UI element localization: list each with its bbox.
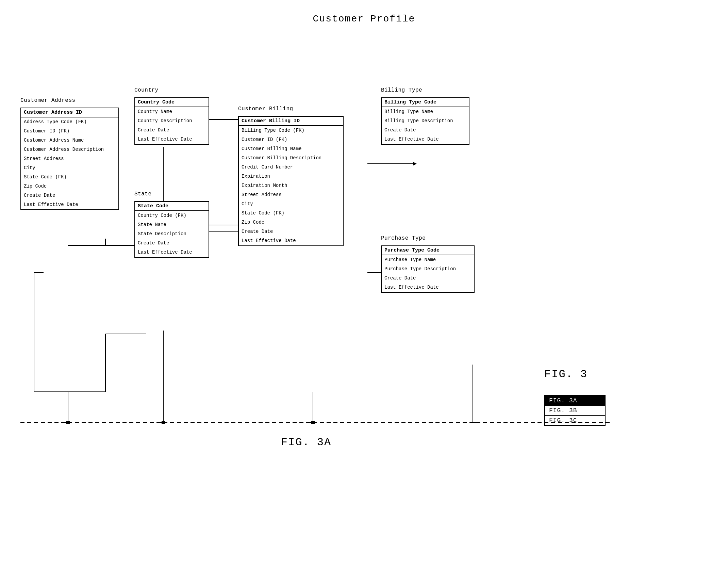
purchase-type-header: Purchase Type Code — [382, 246, 474, 255]
cb-field-13: Last Effective Date — [239, 236, 343, 245]
svg-rect-19 — [66, 421, 70, 424]
cb-field-7: Expiration Month — [239, 181, 343, 190]
ca-field-7: State Code (FK) — [21, 173, 118, 182]
bt-field-3: Create Date — [382, 126, 469, 135]
customer-billing-header: Customer Billing ID — [239, 117, 343, 126]
st-field-3: State Description — [135, 229, 209, 239]
fig-nav-3a[interactable]: FIG. 3A — [545, 396, 605, 406]
fig-3-label: FIG. 3 — [544, 368, 588, 381]
cb-field-11: Zip Code — [239, 218, 343, 227]
bt-field-1: Billing Type Name — [382, 107, 469, 116]
customer-billing-label: Customer Billing — [238, 106, 293, 112]
ca-field-5: Street Address — [21, 154, 118, 163]
fig-nav-box[interactable]: FIG. 3A FIG. 3B FIG. 3C — [544, 395, 606, 426]
svg-marker-6 — [413, 162, 417, 165]
ca-field-4: Customer Address Description — [21, 145, 118, 154]
country-label: Country — [134, 87, 159, 93]
cb-field-2: Customer ID (FK) — [239, 135, 343, 144]
svg-rect-21 — [311, 421, 315, 424]
fig-nav-3b[interactable]: FIG. 3B — [545, 406, 605, 416]
co-field-3: Create Date — [135, 126, 209, 135]
ca-field-2: Customer ID (FK) — [21, 127, 118, 136]
cb-field-12: Create Date — [239, 227, 343, 236]
st-field-2: State Name — [135, 220, 209, 229]
billing-type-box: Billing Type Code Billing Type Name Bill… — [381, 97, 469, 145]
country-header: Country Code — [135, 98, 209, 107]
st-field-4: Create Date — [135, 239, 209, 248]
pt-field-4: Last Effective Date — [382, 283, 474, 292]
country-box: Country Code Country Name Country Descri… — [134, 97, 209, 145]
state-box: State Code Country Code (FK) State Name … — [134, 201, 209, 258]
customer-address-header: Customer Address ID — [21, 108, 118, 117]
pt-field-3: Create Date — [382, 274, 474, 283]
purchase-type-box: Purchase Type Code Purchase Type Name Pu… — [381, 245, 475, 293]
co-field-4: Last Effective Date — [135, 135, 209, 144]
cb-field-8: Street Address — [239, 190, 343, 199]
co-field-2: Country Description — [135, 116, 209, 126]
state-header: State Code — [135, 202, 209, 211]
billing-type-header: Billing Type Code — [382, 98, 469, 107]
fig-nav-3c[interactable]: FIG. 3C — [545, 416, 605, 425]
pt-field-1: Purchase Type Name — [382, 255, 474, 264]
cb-field-9: City — [239, 199, 343, 209]
ca-field-9: Create Date — [21, 191, 118, 200]
fig-3a-bottom-label: FIG. 3A — [238, 436, 374, 449]
state-label: State — [134, 191, 152, 197]
ca-field-6: City — [21, 163, 118, 173]
cb-field-4: Customer Billing Description — [239, 154, 343, 163]
cb-field-6: Expiration — [239, 172, 343, 181]
bt-field-4: Last Effective Date — [382, 135, 469, 144]
ca-field-3: Customer Address Name — [21, 136, 118, 145]
svg-rect-20 — [162, 421, 165, 424]
customer-address-box: Customer Address ID Address Type Code (F… — [20, 108, 119, 210]
page-title: Customer Profile — [0, 0, 728, 34]
cb-field-5: Credit Card Number — [239, 163, 343, 172]
bt-field-2: Billing Type Description — [382, 116, 469, 126]
cb-field-10: State Code (FK) — [239, 209, 343, 218]
customer-billing-box: Customer Billing ID Billing Type Code (F… — [238, 116, 344, 246]
st-field-5: Last Effective Date — [135, 248, 209, 257]
co-field-1: Country Name — [135, 107, 209, 116]
cb-field-3: Customer Billing Name — [239, 144, 343, 154]
customer-address-label: Customer Address — [20, 97, 76, 103]
cb-field-1: Billing Type Code (FK) — [239, 126, 343, 135]
st-field-1: Country Code (FK) — [135, 211, 209, 220]
ca-field-10: Last Effective Date — [21, 200, 118, 209]
ca-field-1: Address Type Code (FK) — [21, 117, 118, 127]
pt-field-2: Purchase Type Description — [382, 264, 474, 274]
ca-field-8: Zip Code — [21, 182, 118, 191]
purchase-type-label: Purchase Type — [381, 235, 426, 241]
billing-type-label: Billing Type — [381, 87, 422, 93]
